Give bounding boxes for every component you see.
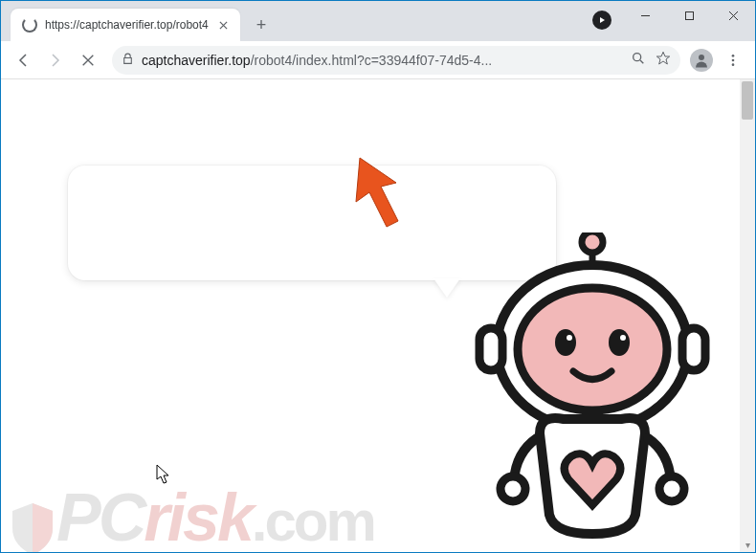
svg-point-5 — [732, 63, 735, 66]
close-window-button[interactable] — [711, 1, 755, 30]
svg-point-11 — [518, 288, 667, 410]
minimize-button[interactable] — [623, 1, 667, 30]
svg-point-12 — [555, 329, 576, 356]
svg-point-4 — [732, 58, 735, 61]
back-button[interactable] — [9, 46, 37, 75]
browser-window: https://captchaverifier.top/robot4 + — [1, 1, 755, 552]
star-icon[interactable] — [656, 51, 671, 70]
url-text: captchaverifier.top/robot4/index.html?c=… — [142, 53, 631, 68]
watermark-com: .com — [252, 489, 374, 552]
toolbar-right — [690, 46, 747, 75]
omnibox-actions — [631, 51, 671, 70]
svg-point-3 — [732, 55, 735, 57]
robot-illustration — [468, 232, 717, 539]
page-viewport: PCrisk.com ▴ ▾ — [1, 79, 755, 552]
address-bar[interactable]: captchaverifier.top/robot4/index.html?c=… — [112, 46, 680, 75]
scrollbar[interactable]: ▴ ▾ — [740, 79, 755, 552]
svg-rect-10 — [682, 328, 705, 370]
scroll-down-icon[interactable]: ▾ — [740, 537, 755, 552]
svg-point-13 — [609, 329, 630, 356]
svg-point-15 — [620, 335, 626, 341]
svg-point-14 — [567, 335, 572, 341]
stop-reload-button[interactable] — [74, 46, 102, 75]
search-icon[interactable] — [631, 51, 646, 70]
svg-point-2 — [699, 55, 704, 60]
tab-title: https://captchaverifier.top/robot4 — [45, 18, 215, 32]
url-path: /robot4/index.html?c=33944f07-74d5-4... — [251, 53, 493, 68]
lock-icon — [122, 52, 134, 69]
svg-rect-0 — [685, 11, 693, 19]
browser-tab[interactable]: https://captchaverifier.top/robot4 — [11, 9, 240, 41]
maximize-button[interactable] — [667, 1, 711, 30]
shield-icon — [9, 496, 56, 551]
new-tab-button[interactable]: + — [248, 11, 275, 38]
loading-spinner-icon — [22, 17, 37, 33]
forward-button[interactable] — [41, 46, 70, 75]
svg-point-16 — [500, 476, 525, 501]
annotation-arrow-icon — [350, 154, 408, 231]
svg-point-1 — [634, 53, 641, 60]
svg-point-17 — [659, 476, 684, 501]
profile-avatar-button[interactable] — [690, 49, 713, 72]
watermark-c: C — [99, 480, 145, 552]
close-tab-button[interactable] — [215, 17, 231, 33]
mouse-cursor-icon — [156, 464, 171, 485]
titlebar: https://captchaverifier.top/robot4 + — [1, 1, 755, 41]
svg-point-7 — [582, 232, 603, 253]
media-playing-icon[interactable] — [592, 11, 611, 30]
watermark: PCrisk.com — [9, 479, 374, 552]
watermark-p: P — [56, 480, 99, 552]
window-controls — [623, 1, 755, 30]
menu-button[interactable] — [719, 46, 747, 75]
url-domain: captchaverifier.top — [142, 53, 251, 68]
scroll-thumb[interactable] — [742, 81, 753, 120]
watermark-risk: risk — [144, 480, 252, 552]
svg-rect-9 — [479, 328, 502, 370]
toolbar: captchaverifier.top/robot4/index.html?c=… — [1, 41, 755, 79]
speech-tail-icon — [434, 278, 460, 298]
